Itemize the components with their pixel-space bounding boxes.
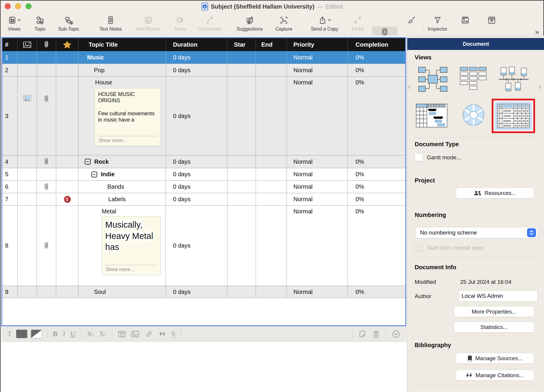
toolbar-overflow-button[interactable]: » — [535, 28, 539, 36]
table-row-soul[interactable]: 9 Soul 0 days Normal 0% — [2, 286, 405, 298]
cell-topic[interactable]: Metal Musically, Heavy Metal has Show mo… — [78, 206, 166, 286]
cell-topic[interactable]: Indie — [78, 168, 166, 180]
header-end[interactable]: End — [256, 38, 287, 51]
cell-completion[interactable]: 0% — [348, 155, 405, 168]
cell-completion[interactable]: 0% — [348, 51, 405, 64]
strikethrough-button[interactable]: S — [172, 330, 175, 338]
text-notes-button[interactable]: Text Notes — [94, 15, 127, 32]
cell-completion[interactable]: 0% — [348, 286, 405, 298]
cell-priority[interactable]: Normal — [287, 193, 348, 205]
note-button[interactable] — [358, 330, 367, 338]
inspector-button[interactable]: Inspector — [423, 15, 452, 32]
cell-topic[interactable]: House HOUSE MUSIC ORIGINS Few cultural m… — [78, 77, 166, 155]
fill-color-swatch[interactable] — [16, 330, 27, 338]
views-prev-icon[interactable]: ‹ — [408, 80, 411, 92]
cell-duration[interactable]: 0 days — [166, 168, 227, 180]
resources-button[interactable]: Resources... — [456, 188, 534, 199]
text-color-swatch[interactable] — [31, 330, 42, 338]
header-number[interactable]: # — [2, 38, 18, 51]
media-button[interactable] — [457, 15, 474, 26]
fit-all-button[interactable]: Fit All — [346, 15, 370, 32]
cell-duration[interactable]: 0 days — [166, 206, 227, 286]
header-attachment-column[interactable] — [37, 38, 56, 51]
cell-completion[interactable]: 0% — [348, 181, 405, 193]
cell-completion[interactable]: 0% — [348, 168, 405, 180]
cell-topic[interactable]: Music — [78, 51, 166, 64]
gantt-mode-checkbox[interactable] — [415, 153, 423, 161]
collapse-toggle-icon[interactable] — [85, 159, 91, 165]
cell-duration[interactable]: 0 days — [166, 181, 227, 193]
cell-topic[interactable]: Bands — [78, 181, 166, 193]
cell-priority[interactable]: Normal — [287, 206, 348, 286]
view-thumbnail-gantt[interactable] — [416, 103, 448, 128]
italic-button[interactable]: I — [63, 330, 65, 338]
cell-completion[interactable]: 0% — [348, 206, 405, 286]
numbering-scheme-select[interactable]: No numbering scheme — [416, 227, 537, 238]
cell-priority[interactable]: Normal — [287, 155, 348, 168]
topic-note[interactable]: Musically, Heavy Metal has Show more... — [102, 216, 161, 275]
collapse-panel-button[interactable] — [392, 330, 400, 338]
table-row-rock[interactable]: 4 Rock 0 days Normal 0% — [2, 155, 405, 168]
table-row-house[interactable]: 3 House HOUSE MUSIC ORIGINS Few cultural… — [2, 77, 405, 155]
views-next-icon[interactable]: › — [538, 80, 541, 92]
cell-completion[interactable]: 0% — [348, 64, 405, 76]
table-row-music[interactable]: 1 Music 0 days Normal 0% — [2, 51, 405, 64]
subscript-button[interactable]: X2 — [99, 330, 106, 338]
insert-link-button[interactable] — [145, 330, 153, 338]
quote-button[interactable] — [158, 331, 166, 337]
text-style-button[interactable]: T — [7, 330, 12, 338]
suggestions-button[interactable]: Suggestions — [233, 15, 266, 32]
table-row-pop[interactable]: 2 Pop 0 days Normal 0% — [2, 64, 405, 77]
view-thumbnail-table-selected[interactable] — [492, 99, 535, 133]
table-row-bands[interactable]: 6 Bands 0 days Normal 0% — [2, 181, 405, 193]
cell-duration[interactable]: 0 days — [166, 155, 227, 168]
cell-topic[interactable]: Rock — [78, 155, 166, 168]
topic-button[interactable]: Topic — [28, 15, 52, 32]
cell-priority[interactable]: Normal — [287, 168, 348, 180]
sub-topic-button[interactable]: Sub-Topic — [54, 15, 84, 32]
cell-topic[interactable]: Labels — [78, 193, 166, 205]
header-topic-title[interactable]: Topic Title — [78, 38, 166, 51]
cell-priority[interactable]: Normal — [287, 181, 348, 193]
connection-button[interactable]: Connection — [194, 15, 226, 32]
cell-topic[interactable]: Pop — [78, 64, 166, 76]
header-star[interactable]: Star — [227, 38, 256, 51]
view-thumbnail-radial[interactable] — [462, 103, 485, 127]
views-button[interactable]: Views — [2, 15, 26, 32]
cell-priority[interactable]: Normal — [287, 286, 348, 298]
header-duration[interactable]: Duration — [166, 38, 227, 51]
table-row-labels[interactable]: 7 1 Labels 0 days Normal 0% — [2, 193, 405, 206]
show-more-link[interactable]: Show more... — [98, 136, 157, 146]
send-a-copy-button[interactable]: Send a Copy — [307, 15, 342, 32]
author-field[interactable] — [458, 290, 537, 302]
view-thumbnail-mindmap[interactable] — [417, 66, 448, 93]
cell-completion[interactable]: 0% — [348, 77, 405, 155]
delete-note-button[interactable] — [372, 330, 380, 338]
cell-completion[interactable]: 0% — [348, 193, 405, 205]
header-icon-column[interactable] — [56, 38, 78, 51]
topic-note[interactable]: HOUSE MUSIC ORIGINS Few cultural movemen… — [95, 88, 161, 146]
cell-priority[interactable]: Normal — [287, 64, 348, 76]
cell-duration[interactable]: 0 days — [166, 64, 227, 76]
icons-button[interactable]: Icons — [168, 15, 192, 32]
header-picture-column[interactable] — [18, 38, 37, 51]
cell-duration[interactable]: 0 days — [166, 193, 227, 205]
cell-priority[interactable]: Normal — [287, 77, 348, 155]
cell-duration[interactable]: 0 days — [166, 77, 227, 155]
add-picture-button[interactable]: Add Picture — [132, 15, 165, 32]
view-thumbnail-outline[interactable] — [460, 67, 487, 92]
bold-button[interactable]: B — [53, 330, 57, 338]
capture-button[interactable]: Capture — [271, 15, 297, 32]
header-completion[interactable]: Completion — [348, 38, 405, 51]
cell-priority[interactable]: Normal — [287, 51, 348, 64]
view-thumbnail-timeline[interactable] — [498, 66, 529, 93]
header-priority[interactable]: Priority — [287, 38, 348, 51]
archive-button[interactable] — [483, 15, 500, 26]
cell-duration[interactable]: 0 days — [166, 51, 227, 64]
manage-citations-button[interactable]: Manage Citations... — [456, 370, 534, 381]
collapse-toggle-icon[interactable] — [91, 171, 97, 177]
statistics-button[interactable]: Statistics... — [454, 322, 534, 333]
cell-duration[interactable]: 0 days — [166, 286, 227, 298]
table-row-metal[interactable]: 8 Metal Musically, Heavy Metal has Show … — [2, 206, 405, 286]
format-paint-button[interactable] — [403, 15, 420, 26]
